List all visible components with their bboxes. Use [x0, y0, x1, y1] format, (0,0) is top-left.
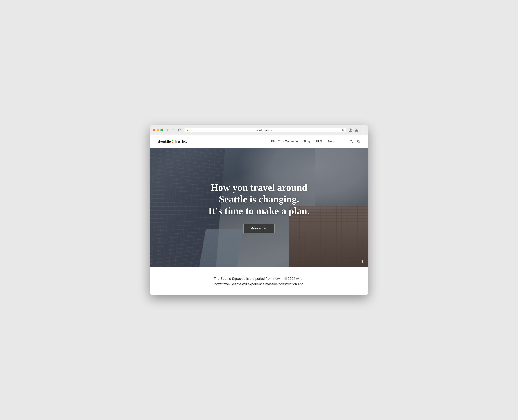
below-fold-text: The Seattle Squeeze is the period from n…	[206, 276, 312, 287]
nav-links: Plan Your Commute Blog FAQ Now	[271, 139, 361, 144]
url-display: seattletraffic.org	[190, 129, 341, 131]
nav-link-blog[interactable]: Blog	[304, 140, 310, 143]
svg-rect-7	[357, 130, 358, 131]
refresh-icon[interactable]: ↻	[342, 129, 344, 131]
hero-headline: How you travel around Seattle is changin…	[204, 182, 314, 217]
hero-section: How you travel around Seattle is changin…	[150, 148, 368, 267]
below-fold: The Seattle Squeeze is the period from n…	[150, 267, 368, 295]
svg-rect-6	[355, 130, 356, 131]
nav-icons	[349, 140, 361, 143]
nav-link-now[interactable]: Now	[328, 140, 334, 143]
nav-link-faq[interactable]: FAQ	[316, 140, 322, 143]
translate-icon[interactable]	[356, 140, 361, 143]
logo-traffic: Traffic	[174, 139, 187, 144]
site-logo[interactable]: Seattle Traffic	[157, 139, 187, 144]
sidebar-button[interactable]	[177, 128, 182, 132]
address-bar[interactable]: 🔒 seattletraffic.org ↻	[184, 128, 346, 132]
browser-nav	[165, 128, 182, 132]
browser-window: 🔒 seattletraffic.org ↻	[150, 125, 368, 295]
logo-dot-orange	[172, 142, 173, 143]
svg-point-8	[350, 140, 352, 142]
pause-button[interactable]	[362, 260, 364, 263]
hero-content: How you travel around Seattle is changin…	[150, 148, 368, 267]
forward-button[interactable]	[171, 128, 176, 132]
search-icon[interactable]	[349, 140, 353, 143]
hero-cta-button[interactable]: Make a plan	[243, 224, 275, 233]
logo-dot-green	[172, 140, 173, 141]
browser-chrome: 🔒 seattletraffic.org ↻	[150, 125, 368, 135]
add-tab-button[interactable]	[360, 128, 365, 132]
svg-rect-5	[357, 129, 358, 130]
svg-rect-4	[355, 129, 356, 130]
svg-rect-1	[180, 129, 181, 130]
site-nav: Seattle Traffic Plan Your Commute Blog F…	[150, 135, 368, 148]
svg-rect-3	[180, 131, 181, 131]
minimize-button[interactable]	[157, 129, 159, 131]
pause-bar-right	[364, 260, 364, 263]
svg-rect-2	[180, 130, 181, 130]
security-icon: 🔒	[186, 129, 189, 131]
logo-dots	[172, 140, 173, 143]
back-button[interactable]	[165, 128, 170, 132]
share-button[interactable]	[348, 128, 353, 132]
traffic-lights	[153, 129, 163, 131]
browser-actions	[348, 128, 365, 132]
svg-rect-0	[178, 129, 179, 131]
close-button[interactable]	[153, 129, 155, 131]
nav-link-plan[interactable]: Plan Your Commute	[271, 140, 298, 143]
pause-bar-left	[362, 260, 363, 263]
maximize-button[interactable]	[160, 129, 163, 131]
new-tab-button[interactable]	[354, 128, 359, 132]
logo-seattle: Seattle	[157, 139, 171, 144]
site-content: Seattle Traffic Plan Your Commute Blog F…	[150, 135, 368, 295]
